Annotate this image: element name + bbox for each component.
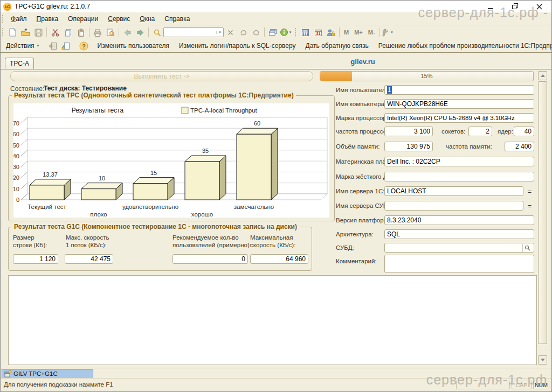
- undo-icon[interactable]: [121, 26, 134, 38]
- user-field[interactable]: 1: [384, 85, 534, 95]
- comment-field[interactable]: [384, 255, 534, 273]
- memory-minus-button[interactable]: M-: [365, 29, 378, 36]
- menu-item-Сервис[interactable]: Сервис: [103, 13, 135, 24]
- run-test-button[interactable]: Выполнить тест ->: [10, 71, 313, 81]
- memory-field[interactable]: 130 975: [384, 142, 433, 151]
- info-dropdown-icon[interactable]: ▼: [289, 31, 292, 34]
- menubar-grip[interactable]: [2, 15, 4, 23]
- restore-button[interactable]: [503, 1, 527, 12]
- windows-list-icon[interactable]: [266, 26, 279, 38]
- sockets-label: сокетов:: [441, 128, 465, 135]
- action-button-2[interactable]: Дать обратную связь: [301, 41, 374, 51]
- tab-tpc-a[interactable]: TPC-A: [5, 58, 34, 69]
- sockets-field[interactable]: 2: [468, 127, 492, 136]
- tpc-chart-svg: 01020304050607013.37Текущий тест10плохо1…: [13, 103, 329, 218]
- cores-field[interactable]: 40: [514, 127, 534, 136]
- status-cell-empty: [456, 381, 510, 389]
- g1c-speed1-label: Макс. скорость1 поток (КБ/с):: [66, 234, 109, 249]
- svg-text:?: ?: [82, 43, 86, 49]
- scrollbar-thumb[interactable]: [538, 81, 547, 344]
- print-icon[interactable]: [91, 26, 104, 38]
- window-tab-gilv[interactable]: GILV TPC+G1C: [2, 369, 93, 379]
- save-icon[interactable]: [32, 26, 45, 38]
- action-button-3[interactable]: Решение любых проблем производительности…: [374, 41, 552, 51]
- cpu-label: Марка процессора:: [336, 115, 391, 121]
- user-value: 1: [387, 86, 392, 94]
- g1c-users-label: Рекомендуемое кол-вопользователей (приме…: [172, 234, 251, 249]
- user-permissions-icon[interactable]: [325, 26, 337, 38]
- svg-text:13.37: 13.37: [43, 171, 58, 178]
- cut-icon[interactable]: [49, 26, 61, 38]
- find-icon[interactable]: [150, 26, 163, 38]
- output-area[interactable]: [8, 275, 537, 365]
- form-window-icon: [4, 370, 12, 377]
- copy-icon[interactable]: [61, 26, 74, 38]
- tools-dropdown-icon[interactable]: ▼: [390, 31, 394, 34]
- actions-menu-button[interactable]: Действия ▼: [3, 41, 43, 51]
- svg-text:31: 31: [316, 32, 320, 36]
- tools-icon[interactable]: ▼: [382, 26, 395, 38]
- memory-freq-field[interactable]: 2 400: [505, 142, 534, 151]
- server-1c-label: Имя сервера 1С:: [336, 188, 384, 194]
- status-cell-numlock: NUM: [533, 381, 549, 389]
- calculator-icon[interactable]: [299, 26, 312, 38]
- dbms-label: СУБД:: [336, 244, 354, 251]
- svg-text:20: 20: [13, 174, 19, 181]
- search-dropdown-icon[interactable]: ▼: [216, 31, 223, 34]
- menu-item-Окна[interactable]: Окна: [135, 13, 160, 24]
- svg-text:60: 60: [13, 131, 19, 137]
- clear-search-icon[interactable]: [224, 26, 237, 38]
- save-settings-icon[interactable]: [59, 40, 72, 52]
- print-preview-icon[interactable]: [104, 26, 117, 38]
- dbms-field[interactable]: [384, 243, 534, 253]
- paste-icon[interactable]: [74, 26, 87, 38]
- new-document-icon[interactable]: [6, 26, 19, 38]
- scroll-down-button[interactable]: [538, 355, 547, 365]
- svg-text:0: 0: [16, 197, 19, 203]
- svg-text:40: 40: [13, 153, 19, 159]
- toolbar-separator: [119, 27, 119, 37]
- close-button[interactable]: [527, 1, 551, 12]
- read-settings-icon[interactable]: [46, 40, 59, 52]
- svg-text:60: 60: [254, 120, 260, 127]
- g1c-maxspeed-field[interactable]: 64 960: [250, 254, 308, 264]
- gilev-ru-link[interactable]: gilev.ru: [330, 58, 395, 66]
- scroll-up-button[interactable]: [538, 71, 547, 80]
- redo-icon[interactable]: [134, 26, 147, 38]
- find-previous-icon[interactable]: [250, 26, 263, 38]
- architecture-field[interactable]: SQL: [384, 229, 534, 239]
- menu-item-Справка[interactable]: Справка: [160, 13, 195, 24]
- motherboard-field[interactable]: Dell Inc. : 02C2CP: [384, 157, 534, 166]
- memory-plus-button[interactable]: M+: [351, 29, 365, 36]
- memory-recall-button[interactable]: M: [341, 29, 351, 36]
- minimize-button[interactable]: [479, 1, 503, 12]
- server-1c-field[interactable]: LOCALHOST: [384, 186, 523, 196]
- info-icon[interactable]: ▼: [279, 26, 292, 38]
- g1c-maxspeed-label: Максимальнаяскорость (КБ/с):: [250, 234, 295, 249]
- menu-item-Файл[interactable]: Файл: [6, 13, 32, 24]
- server-db-field[interactable]: [384, 201, 523, 211]
- platform-field[interactable]: 8.3.23.2040: [384, 215, 534, 225]
- calendar-icon[interactable]: 31: [312, 26, 325, 38]
- menu-item-Операции[interactable]: Операции: [63, 13, 103, 24]
- menu-item-Правка[interactable]: Правка: [32, 13, 64, 24]
- g1c-row-size-field[interactable]: 1 120: [13, 254, 58, 264]
- computer-label: Имя компьютера:: [336, 101, 386, 107]
- search-input[interactable]: ▼: [163, 27, 224, 37]
- cpu-freq-field[interactable]: 3 100: [384, 127, 433, 136]
- actions-toolbar: Действия ▼ ? Изменить пользователяИзмени…: [1, 39, 551, 53]
- dbms-search-icon[interactable]: [522, 244, 532, 252]
- g1c-speed1-field[interactable]: 42 475: [65, 254, 113, 264]
- help-icon[interactable]: ?: [78, 40, 91, 52]
- find-next-icon[interactable]: [237, 26, 250, 38]
- open-icon[interactable]: [19, 26, 32, 38]
- hdd-field[interactable]: [384, 172, 534, 181]
- action-button-1[interactable]: Изменить логин/пароль к SQL-серверу: [174, 41, 301, 51]
- minimize-icon: [488, 4, 494, 10]
- g1c-users-field[interactable]: 0: [172, 254, 248, 264]
- computer-field[interactable]: WIN-QOJKPB28H6E: [384, 99, 534, 109]
- action-button-0[interactable]: Изменить пользователя: [93, 41, 174, 51]
- toolbar-grip[interactable]: [2, 27, 4, 37]
- cpu-field[interactable]: Intel(R) Xeon(R) CPU E5-2689 v4 @ 3.10GH…: [384, 113, 534, 123]
- window-tab-label: GILV TPC+G1C: [13, 370, 58, 377]
